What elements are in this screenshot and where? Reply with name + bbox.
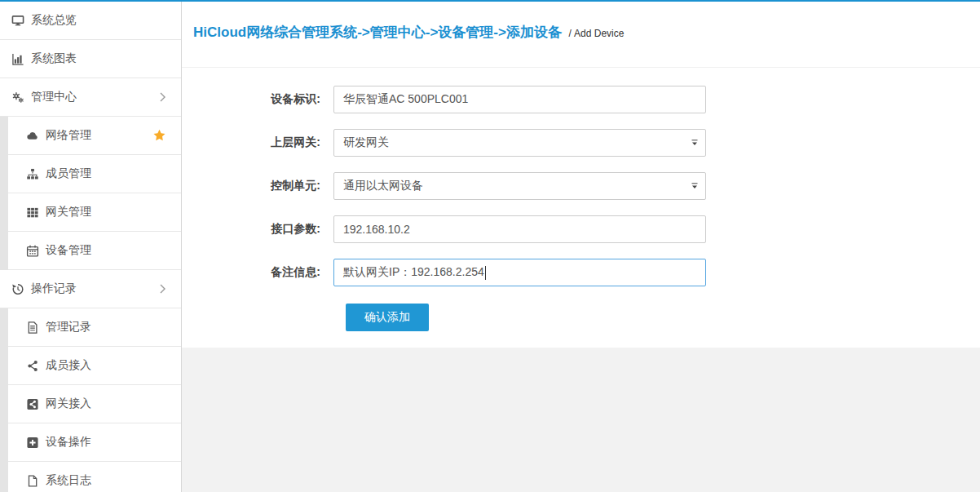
sidebar-item-label: 网关管理 <box>46 205 91 219</box>
sidebar-item-label: 管理中心 <box>31 90 77 104</box>
share-icon <box>26 359 40 372</box>
sidebar-item-system-charts[interactable]: 系统图表 <box>0 40 181 78</box>
add-device-form: 设备标识: 华辰智通AC 500PLC001 上层网关: 研发网关 控制单元: … <box>182 68 980 348</box>
gears-icon <box>11 91 25 104</box>
sidebar-item-network-mgmt[interactable]: 网络管理 <box>8 117 181 155</box>
text-caret <box>485 266 486 280</box>
sidebar-item-label: 系统图表 <box>31 51 77 66</box>
sidebar-item-member-access[interactable]: 成员接入 <box>8 347 181 385</box>
breadcrumb: HiCloud网络综合管理系统->管理中心->设备管理->添加设备 <box>193 24 562 40</box>
share-square-icon <box>26 397 40 410</box>
history-icon <box>11 282 25 295</box>
sitemap-icon <box>26 167 40 180</box>
sidebar-item-device-mgmt[interactable]: 设备管理 <box>8 232 181 270</box>
file-text-icon <box>26 321 40 334</box>
dropdown-caret-icon <box>691 183 698 189</box>
breadcrumb-band: HiCloud网络综合管理系统->管理中心->设备管理->添加设备 / Add … <box>182 2 980 68</box>
device-id-input[interactable]: 华辰智通AC 500PLC001 <box>333 86 706 113</box>
sidebar-item-label: 网关接入 <box>46 397 91 411</box>
calendar-icon <box>26 244 40 257</box>
sidebar-item-device-operations[interactable]: 设备操作 <box>8 423 181 462</box>
plus-square-icon <box>26 436 40 449</box>
form-row-control-unit: 控制单元: 通用以太网设备 <box>182 172 980 200</box>
sidebar-item-system-log[interactable]: 系统日志 <box>8 462 181 492</box>
breadcrumb-suffix: / Add Device <box>568 28 624 39</box>
remarks-input[interactable]: 默认网关IP：192.168.2.254 <box>333 259 706 286</box>
sidebar-item-admin-center[interactable]: 管理中心 <box>0 78 181 117</box>
bar-chart-icon <box>11 52 25 65</box>
interface-params-value: 192.168.10.2 <box>343 223 410 236</box>
device-id-value: 华辰智通AC 500PLC001 <box>343 92 468 107</box>
sidebar-item-admin-records[interactable]: 管理记录 <box>8 308 181 347</box>
sidebar-item-label: 管理记录 <box>46 320 91 335</box>
confirm-add-button[interactable]: 确认添加 <box>346 304 429 331</box>
admin-center-submenu: 网络管理 成员管理 网关管理 设备管 <box>0 117 181 270</box>
operation-log-submenu: 管理记录 成员接入 网关接入 设备操作 <box>0 308 181 492</box>
cloud-icon <box>26 129 40 142</box>
upper-gateway-value: 研发网关 <box>343 135 389 150</box>
remarks-value: 默认网关IP：192.168.2.254 <box>343 265 484 280</box>
interface-params-label: 接口参数: <box>182 222 333 237</box>
sidebar-item-label: 设备管理 <box>46 243 91 258</box>
sidebar-item-system-overview[interactable]: 系统总览 <box>0 2 181 40</box>
page-background <box>182 348 980 492</box>
sidebar-item-label: 成员接入 <box>46 358 91 373</box>
sidebar-item-label: 成员管理 <box>46 166 91 181</box>
interface-params-input[interactable]: 192.168.10.2 <box>333 215 706 243</box>
form-row-upper-gateway: 上层网关: 研发网关 <box>182 129 980 157</box>
form-row-device-id: 设备标识: 华辰智通AC 500PLC001 <box>182 86 980 113</box>
remarks-label: 备注信息: <box>182 265 333 280</box>
device-id-label: 设备标识: <box>182 92 333 107</box>
sidebar-item-gateway-mgmt[interactable]: 网关管理 <box>8 193 181 232</box>
main-content: HiCloud网络综合管理系统->管理中心->设备管理->添加设备 / Add … <box>182 2 980 492</box>
sidebar-item-label: 设备操作 <box>46 435 91 450</box>
control-unit-label: 控制单元: <box>182 179 333 193</box>
chevron-right-icon <box>159 92 166 102</box>
upper-gateway-select[interactable]: 研发网关 <box>333 129 706 157</box>
monitor-icon <box>11 14 25 27</box>
chevron-right-icon <box>159 284 166 294</box>
control-unit-value: 通用以太网设备 <box>343 179 423 193</box>
sidebar-item-operation-log[interactable]: 操作记录 <box>0 270 181 308</box>
sidebar-item-member-mgmt[interactable]: 成员管理 <box>8 155 181 193</box>
file-icon <box>26 474 40 487</box>
form-row-interface-params: 接口参数: 192.168.10.2 <box>182 215 980 243</box>
sidebar-item-label: 网络管理 <box>46 128 91 143</box>
form-row-remarks: 备注信息: 默认网关IP：192.168.2.254 <box>182 259 980 286</box>
sidebar-item-label: 系统总览 <box>31 13 77 28</box>
sidebar: 系统总览 系统图表 管理中心 网络管理 <box>0 2 182 492</box>
upper-gateway-label: 上层网关: <box>182 135 333 150</box>
grid-icon <box>26 206 40 219</box>
star-icon[interactable] <box>152 129 166 142</box>
sidebar-item-label: 操作记录 <box>31 281 77 296</box>
control-unit-select[interactable]: 通用以太网设备 <box>333 172 706 200</box>
sidebar-item-label: 系统日志 <box>46 473 91 488</box>
sidebar-item-gateway-access[interactable]: 网关接入 <box>8 385 181 423</box>
dropdown-caret-icon <box>691 140 698 146</box>
